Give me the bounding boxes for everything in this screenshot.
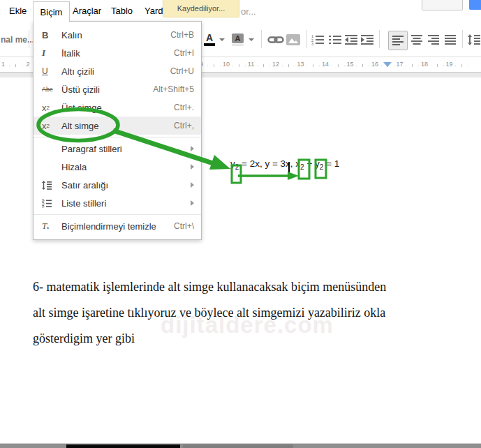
menu-item-paragraf-stilleri[interactable]: Paragraf stilleri bbox=[34, 140, 201, 158]
ruler-tick bbox=[269, 66, 270, 66]
submenu-arrow-icon bbox=[191, 200, 194, 206]
submenu-arrow-icon bbox=[191, 146, 194, 151]
ruler-tick bbox=[313, 64, 313, 67]
menu-item-ust-simge[interactable]: x2 Üst simge Ctrl+. bbox=[34, 98, 201, 117]
format-menu: B Kalın Ctrl+B I İtalik Ctrl+I U Altı çi… bbox=[33, 21, 202, 240]
ruler-tick bbox=[461, 64, 462, 67]
submenu-arrow-icon bbox=[191, 182, 194, 188]
ruler-number: 15 bbox=[346, 61, 353, 68]
highlight-color-caret[interactable] bbox=[249, 31, 254, 49]
increase-indent-button[interactable] bbox=[361, 31, 373, 49]
ruler-tick bbox=[344, 66, 345, 66]
link-icon bbox=[267, 34, 284, 45]
ruler-tick bbox=[207, 66, 208, 66]
decrease-indent-button[interactable] bbox=[345, 31, 357, 49]
ruler-tick bbox=[22, 66, 22, 66]
ruler-tick bbox=[406, 66, 406, 66]
ruler-tick bbox=[288, 64, 289, 67]
ruler-tick bbox=[455, 66, 456, 66]
ruler-number: 13 bbox=[297, 61, 304, 68]
toolbar-separator bbox=[462, 30, 463, 48]
share-button-partial[interactable] bbox=[469, 0, 481, 10]
scrollbar-segment bbox=[183, 445, 293, 448]
superscript-icon: x2 bbox=[42, 103, 61, 113]
ruler-tick bbox=[306, 66, 307, 66]
scrollbar-thumb[interactable] bbox=[66, 445, 180, 448]
insert-image-button[interactable] bbox=[286, 31, 300, 49]
menu-item-alt-simge[interactable]: x2 Alt simge Ctrl+, bbox=[34, 117, 201, 135]
paragraph-line: gösterdigim yer gibi bbox=[33, 326, 452, 352]
menu-item-satir-araligi[interactable]: Satır aralığı bbox=[34, 176, 201, 194]
toolbar-separator bbox=[261, 30, 262, 48]
menu-item-kalin[interactable]: B Kalın Ctrl+B bbox=[34, 26, 201, 44]
clipped-status-text: or... bbox=[241, 6, 256, 17]
bottom-scrollbar[interactable] bbox=[0, 443, 481, 448]
bold-icon: B bbox=[42, 30, 61, 40]
highlight-color-icon: A bbox=[232, 33, 244, 46]
insert-link-button[interactable] bbox=[267, 31, 284, 49]
menu-ekle[interactable]: Ekle bbox=[9, 6, 27, 16]
math-text-line: y2 = 2x, y = 3x, x2 + y2 = 1 bbox=[230, 158, 339, 171]
ruler-tick bbox=[369, 66, 369, 66]
ruler-tick bbox=[332, 66, 332, 66]
menu-item-hizala[interactable]: Hizala bbox=[34, 158, 201, 176]
menu-araclar[interactable]: Araçlar bbox=[73, 6, 101, 16]
ruler-tick bbox=[239, 64, 239, 67]
align-left-button[interactable] bbox=[388, 31, 408, 50]
toolbar-separator bbox=[379, 30, 380, 48]
ruler-tick bbox=[394, 66, 394, 66]
text-color-caret[interactable] bbox=[219, 31, 225, 49]
align-center-button[interactable] bbox=[411, 31, 422, 49]
menu-item-ustu-cizili[interactable]: Abc Üstü çizili Alt+Shift+5 bbox=[34, 80, 201, 98]
numbered-list-button[interactable]: 1 2 3 bbox=[311, 31, 324, 49]
ruler-tick bbox=[362, 64, 363, 67]
menu-tablo[interactable]: Tablo bbox=[111, 6, 133, 16]
text-color-button[interactable]: A bbox=[204, 31, 215, 49]
list-styles-icon bbox=[42, 199, 61, 208]
highlight-color-button[interactable]: A bbox=[232, 31, 244, 49]
toolbar-separator bbox=[29, 30, 29, 48]
align-right-button[interactable] bbox=[428, 31, 439, 49]
comments-button-partial[interactable] bbox=[422, 0, 463, 10]
ruler-tick bbox=[319, 66, 320, 66]
ruler-tick bbox=[295, 66, 295, 66]
ruler-tick bbox=[356, 66, 357, 66]
justify-button[interactable] bbox=[445, 31, 456, 49]
text-color-icon: A bbox=[204, 33, 215, 46]
ruler-number: 19 bbox=[445, 61, 452, 68]
ruler-tick bbox=[9, 66, 10, 66]
menu-item-bicimlendirmeyi-temizle[interactable]: Tₓ Biçimlendirmeyi temizle Ctrl+\ bbox=[34, 217, 201, 235]
menu-item-liste-stilleri[interactable]: Liste stilleri bbox=[34, 194, 201, 212]
paragraph-line: 6- matematik işlemlerinde alt simge kull… bbox=[33, 274, 452, 300]
menu-bicim[interactable]: Biçim bbox=[33, 1, 70, 22]
clear-formatting-icon: Tₓ bbox=[42, 221, 61, 232]
svg-text:3: 3 bbox=[311, 42, 313, 45]
underline-icon: U bbox=[42, 66, 61, 76]
indent-marker-icon[interactable] bbox=[383, 62, 392, 67]
menu-yardim-clipped[interactable]: Yard bbox=[145, 6, 163, 16]
align-right-icon bbox=[428, 35, 439, 45]
subscript-icon: x2 bbox=[42, 121, 61, 131]
menu-item-italik[interactable]: I İtalik Ctrl+I bbox=[34, 44, 201, 62]
ruler-tick bbox=[412, 64, 413, 67]
google-docs-window: Ekle Araçlar Tablo Yard Biçim Kaydediliy… bbox=[0, 0, 481, 448]
text-cursor bbox=[288, 162, 290, 173]
ruler-tick bbox=[214, 64, 214, 67]
line-spacing-button[interactable] bbox=[468, 31, 480, 49]
ruler-number: 12 bbox=[272, 61, 279, 68]
menu-separator bbox=[34, 214, 201, 215]
menu-item-alti-cizili[interactable]: U Altı çizili Ctrl+U bbox=[34, 62, 201, 80]
ruler-tick bbox=[220, 66, 221, 66]
ruler-tick bbox=[338, 64, 339, 67]
line-spacing-icon bbox=[468, 34, 480, 45]
bulleted-list-icon bbox=[329, 34, 341, 45]
bulleted-list-button[interactable] bbox=[329, 31, 341, 49]
outdent-icon bbox=[345, 34, 357, 45]
ruler-tick bbox=[263, 64, 264, 67]
ruler-tick bbox=[232, 66, 233, 66]
ruler-number: 11 bbox=[248, 61, 254, 68]
ruler-tick bbox=[257, 66, 258, 66]
ruler-tick bbox=[282, 66, 283, 66]
ruler-tick bbox=[468, 66, 468, 66]
ruler-number: 17 bbox=[396, 61, 403, 68]
